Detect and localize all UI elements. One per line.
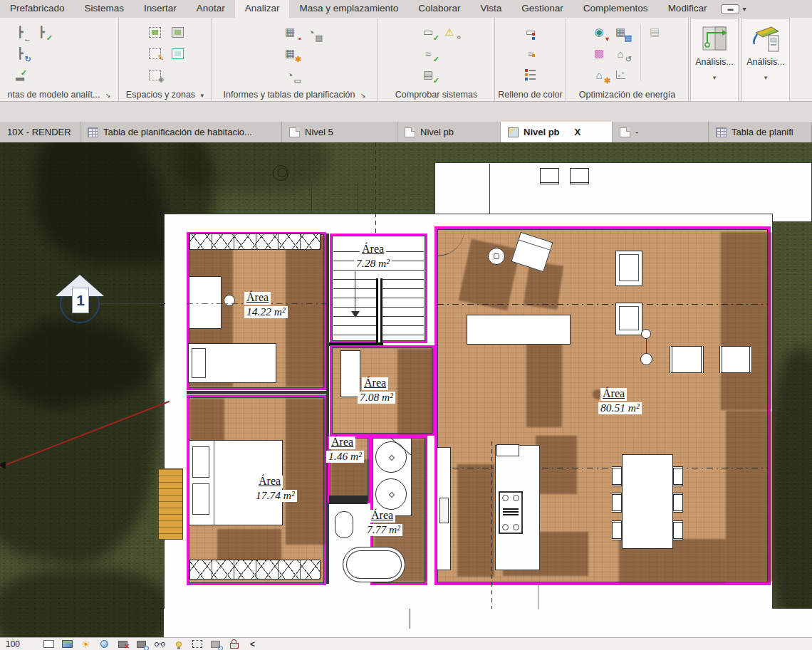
kitchen-island[interactable] [495,445,540,570]
armchair[interactable] [615,303,642,335]
duct-legend-icon[interactable]: ▭ [522,23,539,41]
wood-deck[interactable] [158,468,183,540]
view-tab-schedule-2[interactable]: Tabla de planifi [709,122,812,142]
space-icon[interactable] [146,23,163,41]
analysis-button-1-caret-icon[interactable]: ▾ [713,74,717,81]
close-tab-icon[interactable]: X [575,127,581,137]
view-scale[interactable]: 100 [6,639,20,649]
cooktop[interactable] [499,491,523,534]
armchair[interactable] [615,251,642,286]
dining-chair[interactable] [673,520,683,540]
analysis-button-1[interactable]: Análisis... ▾ [690,18,739,102]
dining-table[interactable] [622,454,673,549]
area-tag-bedroom-1[interactable]: Área 14.22 m² [244,292,288,318]
closet[interactable] [340,350,360,397]
panel-reports-launcher-icon[interactable]: ↘ [360,92,366,99]
side-chair[interactable] [719,346,752,373]
ribbon-tab-masa-y-emplazamiento[interactable]: Masa y emplazamiento [289,0,408,18]
dining-chair[interactable] [673,466,683,486]
pipe-pressure-loss-icon[interactable]: ◔▭ [281,66,298,83]
view-tab-nivel-pb[interactable]: Nivel pb [397,122,501,142]
schedule-building-icon[interactable]: ▦▪ [281,23,298,41]
view-tab-render[interactable]: 10X - RENDER [0,122,80,142]
space-separator-icon[interactable] [169,45,186,62]
wc-shelf[interactable] [329,496,368,504]
analytical-model-icon[interactable] [209,639,222,649]
terrace-chair[interactable] [540,168,559,184]
systems-analysis-icon[interactable]: ▤ [646,23,663,41]
detail-level-icon[interactable] [43,639,55,649]
analytical-check-icon[interactable]: ┣✓ [33,23,50,41]
dining-chair[interactable] [673,493,683,513]
view-tab-dash[interactable]: - [613,122,709,142]
area-tag-hall[interactable]: Área 7.08 m² [362,377,395,404]
delete-spaces-icon[interactable]: ◈ [146,66,163,83]
sofa-table[interactable] [467,315,571,345]
panel-spaces-caret-icon[interactable]: ▾ [201,92,204,99]
ribbon-tab-complementos[interactable]: Complementos [573,0,658,18]
new-schedule-icon[interactable]: ▦✱ [281,45,298,62]
dining-chair[interactable] [612,466,622,486]
desk[interactable] [189,276,222,329]
bed-single[interactable] [188,343,276,383]
reveal-constraints-icon[interactable] [228,639,240,649]
color-fill-legend-icon[interactable] [522,66,539,83]
energy-settings-icon[interactable]: ▦▤ [612,23,629,41]
elevation-marker-number[interactable]: 1 [72,288,89,313]
sun-path-icon[interactable]: ☀ [80,639,92,649]
pipe-legend-icon[interactable]: ≈ [522,45,539,62]
ribbon-tab-gestionar[interactable]: Gestionar [511,0,573,18]
reveal-hidden-elements-icon[interactable] [172,639,184,649]
wardrobe[interactable] [189,560,321,580]
shadows-icon[interactable] [98,639,110,649]
dining-chair[interactable] [612,493,622,513]
check-duct-systems-icon[interactable]: ▭✓ [420,23,437,41]
temporary-view-properties-icon[interactable] [191,639,203,649]
zone-icon[interactable]: ✎ [146,45,163,62]
duct-pressure-loss-icon[interactable]: ◔▤ [303,23,320,41]
ribbon-tab-analizar[interactable]: Analizar [235,0,290,18]
energy-results-icon[interactable] [612,66,629,83]
ribbon-tab-vista[interactable]: Vista [471,0,512,18]
kitchen-counter[interactable] [437,447,451,570]
temporary-hide-isolate-icon[interactable] [154,639,166,649]
floor-lamp-base[interactable] [640,353,652,365]
create-energy-model-icon[interactable]: ▩ [590,45,608,62]
elevation-marker[interactable]: 1 [60,283,100,323]
space-naming-icon[interactable] [169,23,186,41]
check-pipe-systems-icon[interactable]: ≈✓ [420,45,437,62]
basin[interactable] [375,441,407,473]
show-disconnects-icon[interactable]: ⚠￮ [441,23,458,41]
drawing-canvas[interactable]: ◀ 1 Área 14.22 m² Área 7.28 m² Área 7.08… [0,142,812,637]
basin[interactable] [375,478,407,510]
check-circuits-icon[interactable]: ▤✓ [420,66,437,83]
side-chair[interactable] [670,346,704,373]
view-tab-nivel-pb-active[interactable]: Nivel pb X [501,122,613,142]
area-tag-bathroom[interactable]: Área 7.77 m² [369,510,402,536]
area-tag-bedroom-2[interactable]: Área 17.74 m² [256,476,297,502]
delete-energy-model-icon[interactable]: ⌂↺ [612,45,629,62]
rendering-dialog-icon[interactable]: ✕ [117,639,129,649]
area-tag-living[interactable]: Área 80.51 m² [600,388,642,414]
desk-chair[interactable] [224,295,235,306]
view-tab-schedule-rooms[interactable]: Tabla de planificación de habitacio... [80,122,282,142]
analytical-links-icon[interactable]: ┣← [11,23,28,41]
wardrobe[interactable] [189,234,321,250]
chevron-left-icon[interactable]: < [246,639,259,649]
dining-chair[interactable] [612,520,622,540]
ribbon-tab-sistemas[interactable]: Sistemas [75,0,135,18]
toilet[interactable] [335,511,353,538]
terrace-chair[interactable] [570,168,589,184]
ribbon-display-toggle[interactable]: ▬ ▾ [721,0,746,18]
visual-style-icon[interactable] [61,639,73,649]
area-tag-stairs[interactable]: Área 7.28 m² [360,243,392,270]
ribbon-tab-colaborar[interactable]: Colaborar [408,0,470,18]
analysis-button-2-caret-icon[interactable]: ▾ [764,74,768,81]
analysis-button-2[interactable]: Análisis... ▾ [741,18,790,102]
tree-symbol[interactable] [273,165,288,181]
area-tag-wc[interactable]: Área 1.46 m² [329,436,364,463]
stool[interactable] [488,248,505,265]
ribbon-tab-anotar[interactable]: Anotar [187,0,235,18]
bathtub[interactable] [343,547,405,582]
view-tab-nivel-5[interactable]: Nivel 5 [282,122,397,142]
